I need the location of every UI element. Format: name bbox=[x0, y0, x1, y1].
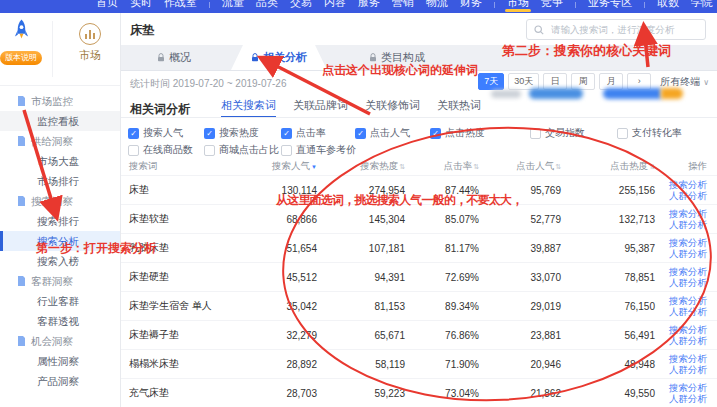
cell-search-word[interactable]: 充气床垫 bbox=[129, 386, 247, 400]
crowd-analysis-link[interactable]: 人群分析 bbox=[659, 248, 707, 259]
search-input[interactable] bbox=[549, 23, 698, 36]
filter-click-popularity[interactable]: ✓点击人气 bbox=[355, 126, 410, 140]
sidebar-item-attribute-insight[interactable]: 属性洞察 bbox=[0, 351, 120, 371]
main-content: 床垫 概况 相关分析 类目构成 统计时间 2019-07-20 ~ 2019-0… bbox=[121, 13, 717, 407]
subtab-hot-words[interactable]: 关联热词 bbox=[437, 98, 481, 118]
sidebar-item-product-insight[interactable]: 产品洞察 bbox=[0, 371, 120, 391]
keyword-search-box[interactable] bbox=[526, 19, 706, 40]
module-market[interactable]: 市场 bbox=[62, 23, 118, 63]
nav-divider bbox=[209, 2, 210, 8]
sidebar-item-search-analysis[interactable]: 搜索分析 bbox=[0, 231, 120, 251]
search-analysis-link[interactable]: 搜索分析 bbox=[659, 295, 707, 306]
crowd-analysis-link[interactable]: 人群分析 bbox=[659, 335, 707, 346]
crowd-analysis-link[interactable]: 人群分析 bbox=[659, 190, 707, 201]
cell-click-heat: 255,156 bbox=[565, 185, 659, 196]
col-header-search-popularity[interactable]: 搜索人气▼ bbox=[247, 160, 321, 173]
filter-ztc-reference-price[interactable]: 直通车参考价 bbox=[281, 143, 356, 157]
sidebar-header: 版本说明 市场 bbox=[0, 13, 120, 86]
search-icon bbox=[534, 25, 544, 35]
subtab-modifier-words[interactable]: 关联修饰词 bbox=[365, 98, 420, 118]
sort-desc-icon[interactable]: ▼ bbox=[311, 164, 317, 170]
related-word-tabs: 相关搜索词 关联品牌词 关联修饰词 关联热词 bbox=[221, 98, 481, 118]
cell-actions: 搜索分析人群分析 bbox=[659, 237, 707, 259]
crowd-analysis-link[interactable]: 人群分析 bbox=[659, 277, 707, 288]
crowd-analysis-link[interactable]: 人群分析 bbox=[659, 306, 707, 317]
search-analysis-link[interactable]: 搜索分析 bbox=[659, 237, 707, 248]
filter-click-heat[interactable]: ✓点击热度 bbox=[430, 126, 485, 140]
sidebar-section-supply-insight[interactable]: 供给洞察 bbox=[0, 131, 120, 151]
nav-item[interactable]: 内容 bbox=[324, 0, 346, 10]
nav-item-market-active[interactable]: 市场 bbox=[507, 0, 529, 10]
filter-payment-conversion[interactable]: 支付转化率 bbox=[617, 126, 682, 140]
terminal-dropdown[interactable]: 所有终端 ∨ bbox=[660, 75, 709, 89]
tab-category-composition[interactable]: 类目构成 bbox=[349, 45, 445, 70]
col-header-search-heat[interactable]: 搜索热度⇅ bbox=[321, 160, 409, 173]
cell-search-word[interactable]: 榻榻米床垫 bbox=[129, 357, 247, 371]
cell-search-word[interactable]: 乳胶床垫 bbox=[129, 241, 247, 255]
nav-item[interactable]: 服务 bbox=[358, 0, 380, 10]
cell-search-word[interactable]: 床垫硬垫 bbox=[129, 270, 247, 284]
tab-related-analysis[interactable]: 相关分析 bbox=[231, 45, 327, 70]
cell-search-word[interactable]: 床垫学生宿舍 单人 bbox=[129, 299, 247, 313]
search-analysis-link[interactable]: 搜索分析 bbox=[659, 382, 707, 393]
filter-search-popularity[interactable]: ✓搜索人气 bbox=[128, 126, 183, 140]
sort-icon[interactable]: ⇅ bbox=[649, 163, 655, 170]
tab-overview[interactable]: 概况 bbox=[137, 45, 211, 70]
nav-item[interactable]: 首页 bbox=[96, 0, 118, 10]
sidebar-item-crowd-perspective[interactable]: 客群透视 bbox=[0, 311, 120, 331]
lock-icon bbox=[369, 53, 377, 62]
nav-item[interactable]: 财务 bbox=[460, 0, 482, 10]
crowd-analysis-link[interactable]: 人群分析 bbox=[659, 219, 707, 230]
blurred-terminal-legend bbox=[491, 88, 683, 99]
nav-item[interactable]: 取数 bbox=[657, 0, 679, 10]
sidebar-item-search-entry[interactable]: 搜索入榜 bbox=[0, 251, 120, 271]
cell-search-word[interactable]: 床垫软垫 bbox=[129, 212, 247, 226]
rocket-icon[interactable] bbox=[13, 18, 30, 46]
sort-icon[interactable]: ⇅ bbox=[399, 163, 405, 170]
filter-search-heat[interactable]: ✓搜索热度 bbox=[204, 126, 259, 140]
cell-search-word[interactable]: 床垫 bbox=[129, 183, 247, 197]
cell-click-heat: 48,948 bbox=[565, 359, 659, 370]
nav-item[interactable]: 流量 bbox=[222, 0, 244, 10]
subtab-related-search-words[interactable]: 相关搜索词 bbox=[221, 98, 276, 118]
nav-item[interactable]: 实时 bbox=[130, 0, 152, 10]
subtab-brand-words[interactable]: 关联品牌词 bbox=[293, 98, 348, 118]
nav-item[interactable]: 竞争 bbox=[541, 0, 563, 10]
search-analysis-link[interactable]: 搜索分析 bbox=[659, 324, 707, 335]
nav-item[interactable]: 学院 bbox=[691, 0, 713, 10]
sidebar-section-opportunity-insight[interactable]: 机会洞察 bbox=[0, 331, 120, 351]
sidebar-item-monitor-board[interactable]: 监控看板 bbox=[0, 111, 120, 131]
sidebar-item-market-ranking[interactable]: 市场排行 bbox=[0, 171, 120, 191]
checkbox-checked: ✓ bbox=[355, 128, 366, 139]
version-badge[interactable]: 版本说明 bbox=[0, 51, 42, 65]
filter-ctr[interactable]: ✓点击率 bbox=[281, 126, 326, 140]
crowd-analysis-link[interactable]: 人群分析 bbox=[659, 364, 707, 375]
sidebar-item-search-ranking[interactable]: 搜索排行 bbox=[0, 211, 120, 231]
nav-item[interactable]: 营销 bbox=[392, 0, 414, 10]
cell-click-popularity: 52,779 bbox=[483, 214, 565, 225]
nav-item[interactable]: 品类 bbox=[256, 0, 278, 10]
col-header-click-popularity[interactable]: 点击人气⇅ bbox=[483, 160, 565, 173]
nav-item[interactable]: 物流 bbox=[426, 0, 448, 10]
search-analysis-link[interactable]: 搜索分析 bbox=[659, 266, 707, 277]
sort-icon[interactable]: ⇅ bbox=[473, 163, 479, 170]
col-header-click-heat[interactable]: 点击热度⇅ bbox=[565, 160, 659, 173]
sidebar-item-market-overview[interactable]: 市场大盘 bbox=[0, 151, 120, 171]
cell-search-word[interactable]: 床垫褥子垫 bbox=[129, 328, 247, 342]
sidebar-section-search-insight[interactable]: 搜索洞察 bbox=[0, 191, 120, 211]
nav-item[interactable]: 作战室 bbox=[164, 0, 197, 10]
filter-online-products[interactable]: 在线商品数 bbox=[128, 143, 193, 157]
sidebar-section-crowd-insight[interactable]: 客群洞察 bbox=[0, 271, 120, 291]
filter-mall-click-share[interactable]: 商城点击占比 bbox=[204, 143, 279, 157]
search-analysis-link[interactable]: 搜索分析 bbox=[659, 353, 707, 364]
sidebar-item-industry-crowd[interactable]: 行业客群 bbox=[0, 291, 120, 311]
nav-item[interactable]: 交易 bbox=[290, 0, 312, 10]
crowd-analysis-link[interactable]: 人群分析 bbox=[659, 393, 707, 404]
col-header-ctr[interactable]: 点击率⇅ bbox=[409, 160, 483, 173]
filter-transaction-index[interactable]: 交易指数 bbox=[530, 126, 585, 140]
sort-icon[interactable]: ⇅ bbox=[555, 163, 561, 170]
search-analysis-link[interactable]: 搜索分析 bbox=[659, 208, 707, 219]
nav-item[interactable]: 业务专区 bbox=[588, 0, 632, 10]
search-analysis-link[interactable]: 搜索分析 bbox=[659, 179, 707, 190]
sidebar-section-market-monitor[interactable]: 市场监控 bbox=[0, 91, 120, 111]
